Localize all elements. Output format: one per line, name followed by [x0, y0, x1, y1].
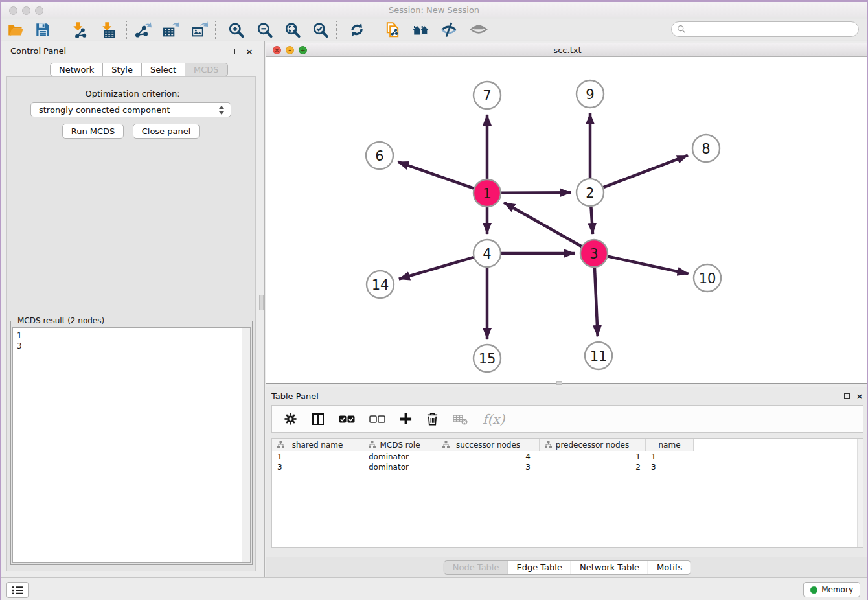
control-panel-tabs: NetworkStyleSelectMCDS	[50, 63, 228, 76]
add-row-button[interactable]	[400, 413, 412, 425]
search-input[interactable]	[671, 21, 859, 37]
svg-text:3: 3	[589, 246, 598, 262]
close-panel-icon[interactable]: ×	[245, 47, 254, 56]
graph-node-4[interactable]: 4	[474, 240, 501, 267]
function-builder-button[interactable]: f(x)	[483, 411, 505, 427]
gear-button[interactable]	[284, 412, 297, 426]
export-image-button[interactable]	[188, 19, 210, 41]
graph-node-11[interactable]: 11	[585, 342, 612, 369]
houses-icon	[411, 20, 431, 40]
zoom-selected-button[interactable]	[309, 19, 331, 41]
network-graph-canvas[interactable]: 7968124314101511	[266, 58, 868, 384]
zoom-out-button[interactable]	[253, 19, 275, 41]
graph-edge-2-3[interactable]	[591, 207, 593, 234]
graph-node-1[interactable]: 1	[474, 179, 501, 207]
optimization-criterion-select[interactable]: strongly connected component	[30, 102, 231, 117]
tab-mcds[interactable]: MCDS	[185, 63, 228, 76]
split-columns-button[interactable]	[312, 413, 325, 426]
show-hide-graphics-button[interactable]	[438, 19, 460, 41]
refresh-button[interactable]	[346, 19, 368, 41]
graph-node-3[interactable]: 3	[580, 240, 608, 267]
tab-style[interactable]: Style	[103, 63, 142, 76]
graph-node-2[interactable]: 2	[577, 179, 604, 206]
column-header-shared-name[interactable]: shared name	[272, 439, 363, 451]
zoom-out-icon	[256, 21, 273, 39]
column-header-name[interactable]: name	[646, 439, 694, 451]
table-row[interactable]: 3dominator323	[272, 462, 856, 472]
delete-row-button[interactable]	[426, 412, 439, 426]
vertical-splitter-handle[interactable]	[259, 295, 264, 310]
vertical-splitter[interactable]	[264, 41, 265, 577]
run-mcds-button[interactable]: Run MCDS	[62, 124, 124, 139]
svg-text:7: 7	[483, 88, 491, 104]
tab-network-table[interactable]: Network Table	[571, 560, 648, 575]
svg-text:6: 6	[375, 148, 383, 164]
node-table-header: shared nameMCDS rolesuccessor nodesprede…	[272, 439, 694, 451]
table-cell: 3	[272, 462, 363, 472]
memory-button[interactable]: Memory	[803, 582, 860, 597]
tab-select[interactable]: Select	[142, 63, 185, 76]
graph-edge-1-2[interactable]	[501, 192, 571, 193]
import-network-button[interactable]	[68, 19, 90, 41]
graph-node-14[interactable]: 14	[367, 271, 394, 298]
cybrowser-home-button[interactable]	[410, 19, 432, 41]
close-panel-button[interactable]: Close panel	[133, 124, 200, 139]
table-cell: 1	[272, 452, 363, 462]
result-scrollbar[interactable]	[242, 328, 250, 562]
table-row[interactable]: 1dominator411	[272, 452, 856, 462]
window-title: Session: New Session	[1, 5, 867, 15]
selected-criterion: strongly connected component	[39, 105, 170, 115]
mcds-result-list[interactable]: 13	[12, 327, 251, 563]
duplicate-network-icon	[383, 21, 402, 39]
float-square-icon	[234, 49, 240, 54]
column-header-predecessor-nodes[interactable]: predecessor nodes	[540, 439, 646, 451]
graph-node-6[interactable]: 6	[366, 142, 393, 169]
svg-text:9: 9	[586, 87, 594, 102]
graph-node-10[interactable]: 10	[694, 264, 721, 292]
task-history-button[interactable]	[6, 582, 29, 598]
import-table-button[interactable]	[97, 19, 119, 41]
import-network-icon	[70, 21, 88, 39]
table-scrollbar[interactable]	[857, 439, 863, 547]
tab-node-table[interactable]: Node Table	[444, 560, 508, 575]
table-cell: dominator	[363, 452, 437, 462]
table-cell: dominator	[363, 462, 437, 472]
zoom-fit-button[interactable]	[281, 19, 303, 41]
export-network-button[interactable]	[131, 19, 154, 41]
export-table-button[interactable]	[159, 19, 181, 41]
graph-node-15[interactable]: 15	[474, 345, 501, 372]
svg-text:10: 10	[699, 271, 716, 286]
tab-edge-table[interactable]: Edge Table	[508, 560, 571, 575]
select-all-button[interactable]	[339, 415, 355, 423]
zoom-in-button[interactable]	[225, 19, 247, 41]
toolbar-separator	[215, 21, 216, 39]
graph-edge-2-8[interactable]	[604, 156, 688, 188]
table-float-icon[interactable]	[842, 391, 851, 400]
graph-edge-3-1[interactable]	[504, 203, 582, 246]
eye-icon	[469, 20, 488, 40]
horizontal-splitter-handle[interactable]	[556, 381, 562, 385]
table-close-icon[interactable]: ×	[855, 391, 864, 400]
graph-node-8[interactable]: 8	[692, 135, 720, 162]
graph-edge-1-6[interactable]	[398, 162, 474, 189]
float-panel-icon[interactable]	[233, 47, 242, 56]
export-image-icon	[190, 21, 208, 39]
graph-edge-3-10[interactable]	[608, 257, 688, 274]
duplicate-network-button[interactable]	[382, 19, 404, 41]
graph-node-9[interactable]: 9	[577, 80, 604, 108]
deselect-all-button[interactable]	[369, 415, 385, 423]
column-header-MCDS-role[interactable]: MCDS role	[363, 439, 437, 451]
column-header-successor-nodes[interactable]: successor nodes	[437, 439, 540, 451]
tab-motifs[interactable]: Motifs	[648, 560, 691, 575]
open-file-button[interactable]	[5, 19, 27, 41]
save-session-button[interactable]	[32, 19, 54, 41]
graph-node-7[interactable]: 7	[474, 82, 501, 109]
result-item[interactable]: 3	[17, 341, 250, 351]
tab-network[interactable]: Network	[50, 63, 103, 76]
graph-edge-4-14[interactable]	[399, 257, 474, 279]
delete-table-button[interactable]	[453, 413, 468, 425]
network-window-titlebar: × – + scc.txt	[266, 43, 868, 57]
result-item[interactable]: 1	[17, 330, 250, 341]
eye-button[interactable]	[468, 19, 490, 41]
graph-edge-3-11[interactable]	[595, 268, 598, 336]
